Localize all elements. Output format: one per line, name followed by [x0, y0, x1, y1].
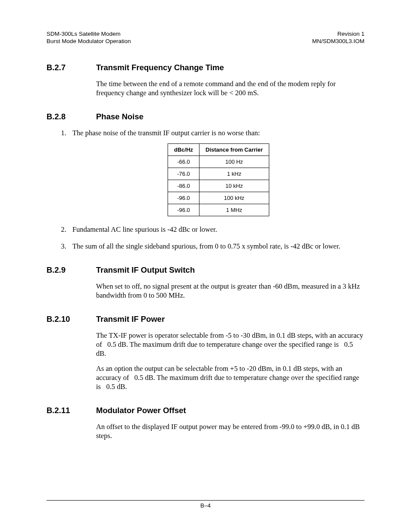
body-paragraph: An offset to the displayed IF output pow…	[96, 422, 364, 440]
section-heading: B.2.7 Transmit Frequency Change Time	[47, 63, 364, 72]
table-cell: 100 kHz	[199, 192, 269, 204]
table-row: -76.0 1 kHz	[168, 168, 269, 180]
table-cell: -96.0	[168, 204, 199, 216]
header-right-1: Revision 1	[337, 30, 364, 37]
section-title: Transmit IF Output Switch	[96, 265, 195, 275]
list-item: The phase noise of the transmit IF outpu…	[68, 128, 364, 216]
section-title: Phase Noise	[96, 112, 143, 121]
table-cell: 1 MHz	[199, 204, 269, 216]
list-item: The sum of all the single sideband spuri…	[68, 242, 364, 251]
section-b211: B.2.11 Modulator Power Offset An offset …	[47, 406, 364, 440]
section-title: Modulator Power Offset	[96, 406, 186, 415]
section-number: B.2.10	[47, 314, 96, 324]
header-left-1: SDM-300Ls Satellite Modem	[47, 30, 121, 37]
list-item: Fundamental AC line spurious is -42 dBc …	[68, 225, 364, 234]
section-b29: B.2.9 Transmit IF Output Switch When set…	[47, 265, 364, 300]
section-title: Transmit Frequency Change Time	[96, 63, 224, 72]
table-row: -86.0 10 kHz	[168, 180, 269, 192]
section-heading: B.2.10 Transmit IF Power	[47, 314, 364, 324]
page-number: B–4	[200, 502, 211, 509]
section-heading: B.2.9 Transmit IF Output Switch	[47, 265, 364, 275]
body-paragraph: When set to off, no signal present at th…	[96, 282, 364, 300]
list-text: The phase noise of the transmit IF outpu…	[72, 129, 260, 137]
phase-noise-table: dBc/Hz Distance from Carrier -66.0 100 H…	[168, 143, 269, 216]
body-paragraph: The time between the end of a remote com…	[96, 79, 364, 97]
section-number: B.2.7	[47, 63, 96, 72]
table-row: -96.0 100 kHz	[168, 192, 269, 204]
table-row: -96.0 1 MHz	[168, 204, 269, 216]
page-header: SDM-300Ls Satellite Modem Revision 1 Bur…	[47, 30, 364, 45]
table-cell: 10 kHz	[199, 180, 269, 192]
table-cell: 1 kHz	[199, 168, 269, 180]
table-header-cell: dBc/Hz	[168, 144, 199, 156]
header-left-2: Burst Mode Modulator Operation	[47, 37, 131, 45]
section-number: B.2.11	[47, 406, 96, 415]
table-cell: -66.0	[168, 156, 199, 168]
table-cell: -76.0	[168, 168, 199, 180]
section-number: B.2.8	[47, 112, 96, 121]
page-footer: B–4	[47, 500, 364, 509]
body-paragraph: As an option the output can be selectabl…	[96, 364, 364, 391]
section-b27: B.2.7 Transmit Frequency Change Time The…	[47, 63, 364, 97]
body-paragraph: The TX-IF power is operator selectable f…	[96, 331, 364, 358]
section-title: Transmit IF Power	[96, 314, 165, 324]
section-b28: B.2.8 Phase Noise The phase noise of the…	[47, 112, 364, 251]
table-header-cell: Distance from Carrier	[199, 144, 269, 156]
header-right-2: MN/SDM300L3.IOM	[312, 37, 364, 45]
table-cell: -96.0	[168, 192, 199, 204]
table-row: -66.0 100 Hz	[168, 156, 269, 168]
section-b210: B.2.10 Transmit IF Power The TX-IF power…	[47, 314, 364, 391]
section-number: B.2.9	[47, 265, 96, 275]
section-heading: B.2.8 Phase Noise	[47, 112, 364, 121]
table-header-row: dBc/Hz Distance from Carrier	[168, 144, 269, 156]
document-page: SDM-300Ls Satellite Modem Revision 1 Bur…	[0, 0, 411, 532]
table-cell: 100 Hz	[199, 156, 269, 168]
ordered-list: The phase noise of the transmit IF outpu…	[54, 128, 364, 251]
section-heading: B.2.11 Modulator Power Offset	[47, 406, 364, 415]
table-cell: -86.0	[168, 180, 199, 192]
